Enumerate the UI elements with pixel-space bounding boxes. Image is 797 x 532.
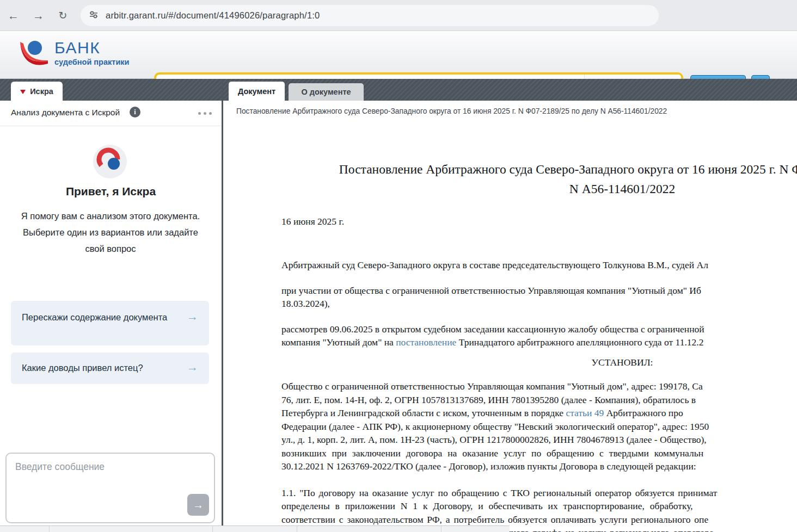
tab-iskra[interactable]: Искра <box>11 82 63 101</box>
document-link[interactable]: постановление <box>396 337 456 348</box>
paragraph-line: при участии от общества с ограниченной о… <box>281 284 797 298</box>
document-date: 16 июня 2025 г. <box>281 215 797 228</box>
browser-toolbar: ← → ↻ arbitr.garant.ru/#/document/414960… <box>0 0 797 31</box>
document-pane: Постановление Арбитражного суда Северо-З… <box>223 101 797 532</box>
paragraph-line: компания "Уютный дом" на постановление Т… <box>281 336 797 349</box>
suggestion-label: Какие доводы привел истец? <box>22 363 143 373</box>
paragraph-line: возникших при заключении договора на ока… <box>281 447 797 460</box>
tab-strip: Искра Документ О документе <box>0 79 797 101</box>
paragraph-line: Арбитражный суд Северо-Западного округа … <box>281 258 797 272</box>
paragraph-line: рассмотрев 09.06.2025 в открытом судебно… <box>281 323 797 336</box>
app-window: ← → ↻ arbitr.garant.ru/#/document/414960… <box>0 0 797 532</box>
paragraph-line: Общество с ограниченной ответственностью… <box>281 380 797 393</box>
text: Тринадцатого арбитражного апелляционного… <box>456 337 703 348</box>
document-link[interactable]: статьи 49 <box>566 407 604 418</box>
browser-reload-icon[interactable]: ↻ <box>54 7 71 24</box>
footer-separator <box>212 526 213 532</box>
info-icon[interactable]: i <box>130 107 140 117</box>
iskra-intro-line1: Я помогу вам с анализом этого документа. <box>21 211 200 221</box>
paragraph-line: 76, лит. Е, пом. 14-Н, оф. 2, ОГРН 10578… <box>281 393 797 407</box>
paragraph-line: определены в приложении N 1 к Договору, … <box>281 499 797 513</box>
suggestion-retell-document[interactable]: Перескажи содержание документа → <box>11 301 209 345</box>
paragraph: Арбитражный суд Северо-Западного округа … <box>281 258 797 272</box>
paragraph-line: ул., д. 1, корп. 2, лит. А, пом. 1Н-23 (… <box>281 433 797 447</box>
footer-separator <box>49 526 50 532</box>
tab-document[interactable]: Документ <box>229 82 285 101</box>
text: компания "Уютный дом" на <box>281 337 396 348</box>
site-controls-icon[interactable] <box>89 10 99 22</box>
message-input[interactable] <box>7 454 214 522</box>
iskra-intro: Я помогу вам с анализом этого документа.… <box>21 208 200 257</box>
text: Арбитражного про <box>604 407 683 418</box>
address-bar[interactable]: arbitr.garant.ru/#/document/41496026/par… <box>81 5 659 26</box>
document-content: Постановление Арбитражного суда Северо-З… <box>281 159 797 532</box>
paragraph: Общество с ограниченной ответственностью… <box>281 380 797 473</box>
footer-separator <box>297 526 297 532</box>
send-button[interactable]: → <box>187 494 209 516</box>
send-arrow-icon: → <box>193 499 204 511</box>
sidebar-header: Анализ документа с Искрой i <box>0 101 222 126</box>
iskra-greeting: Привет, я Искра <box>0 185 222 198</box>
garant-logo-icon <box>18 39 50 71</box>
document-title-line1: Постановление Арбитражного суда Северо-З… <box>281 159 797 179</box>
arrow-right-icon: → <box>187 360 198 375</box>
arrow-right-icon: → <box>187 309 198 324</box>
paragraph-line: Петербурга и Ленинградской области с иск… <box>281 406 797 420</box>
suggestion-label: Перескажи содержание документа <box>22 310 170 325</box>
tab-iskra-label: Искра <box>30 87 53 96</box>
ustanovil-heading: УСТАНОВИЛ: <box>281 356 797 369</box>
bottom-strip <box>0 525 510 532</box>
brand-name: БАНК <box>54 39 129 57</box>
url-text: arbitr.garant.ru/#/document/41496026/par… <box>106 10 320 21</box>
tab-about-document[interactable]: О документе <box>289 83 364 101</box>
document-title-line2: N А56-114601/2022 <box>281 179 797 199</box>
text: Петербурга и Ленинградской области с иск… <box>281 407 566 418</box>
footer-separator <box>441 526 442 532</box>
message-input-box: → <box>5 453 215 523</box>
iskra-flame-icon <box>20 90 26 97</box>
paragraph-line: 18.03.2024), <box>281 297 797 311</box>
iskra-intro-line2: Выберите один из вариантов или задайте с… <box>23 227 198 253</box>
paragraph-line: 30.12.2021 N 1263769-2022/ТКО (далее - Д… <box>281 460 797 473</box>
site-header: БАНК судебной практики Например, договор… <box>0 31 797 79</box>
browser-forward-icon[interactable]: → <box>30 7 47 24</box>
brand-title: БАНК судебной практики <box>54 39 129 66</box>
more-menu-icon[interactable] <box>198 112 212 115</box>
browser-back-icon[interactable]: ← <box>5 7 22 24</box>
paragraph-line: Федерации (далее - АПК РФ), к акционерно… <box>281 420 797 434</box>
paragraph-line: соответствии с законодательством РФ, а п… <box>281 513 797 527</box>
iskra-avatar <box>93 145 127 178</box>
paragraph: при участии от общества с ограниченной о… <box>281 284 797 311</box>
sidebar-title: Анализ документа с Искрой <box>11 108 120 117</box>
brand-subtitle: судебной практики <box>54 58 129 66</box>
tab-document-label: Документ <box>238 87 275 96</box>
tab-about-document-label: О документе <box>301 88 351 96</box>
document-headline: Постановление Арбитражного суда Северо-З… <box>236 107 667 115</box>
suggestion-plaintiff-arguments[interactable]: Какие доводы привел истец? → <box>11 352 209 384</box>
paragraph: рассмотрев 09.06.2025 в открытом судебно… <box>281 323 797 349</box>
iskra-sidebar: Анализ документа с Искрой i Привет, я Ис… <box>0 101 222 532</box>
paragraph-line: 1.1. "По договору на оказание услуг по о… <box>281 486 797 500</box>
